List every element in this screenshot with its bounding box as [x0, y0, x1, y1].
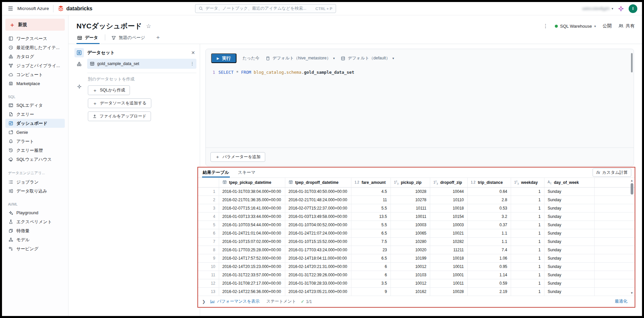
results-table-container: tpep_pickup_datetimetpep_dropoff_datetim… — [198, 178, 635, 296]
cell-tpep_dropoff_datetime: 2016-02-21T01:48:24.000+00:00 — [285, 196, 351, 204]
workspace-icon — [8, 36, 13, 41]
column-header-dropoff_zip[interactable]: 123dropoff_zip — [430, 178, 467, 187]
column-header-tpep_dropoff_datetime[interactable]: tpep_dropoff_datetime — [285, 178, 351, 187]
run-button[interactable]: ▶ 実行 — [211, 53, 236, 63]
column-header-fare_amount[interactable]: 1.2fare_amount — [351, 178, 390, 187]
cell-day_of_week: Sunday — [544, 262, 594, 271]
favorite-star-icon[interactable]: ☆ — [146, 23, 151, 30]
sidebar-item-data-ingestion[interactable]: データ取り込み — [5, 187, 65, 196]
publish-button[interactable]: 公開 — [603, 23, 612, 29]
catalog-rail-icon[interactable] — [74, 59, 84, 69]
sidebar-item-experiments[interactable]: エクスペリメント — [5, 217, 65, 226]
table-row[interactable]: 22016-02-21T01:36:35.000+00:002016-02-21… — [198, 196, 635, 204]
decimal-type-icon: 1.2 — [355, 181, 359, 184]
scroll-down-icon[interactable]: ▼ — [630, 291, 633, 295]
table-row[interactable]: 112016-01-31T22:33:57.000+00:002016-01-3… — [198, 271, 635, 279]
sidebar-item-models[interactable]: モデル — [5, 235, 65, 244]
table-row[interactable]: 32016-02-07T15:16:41.000+00:002016-02-07… — [198, 204, 635, 212]
sidebar-item-workspace[interactable]: ワークスペース — [5, 34, 65, 43]
row-number: 11 — [198, 271, 219, 279]
cell-day_of_week: Sunday — [544, 212, 594, 221]
add-data-source-button[interactable]: ＋ データソースを追加する — [88, 98, 151, 108]
sidebar-item-serving[interactable]: サービング — [5, 244, 65, 253]
table-row[interactable]: 72016-01-10T15:07:02.000+00:002016-01-10… — [198, 237, 635, 246]
cell-dropoff_zip: 10011 — [430, 262, 467, 271]
sidebar-item-label: クエリー履歴 — [16, 147, 43, 153]
dataset-kebab-icon[interactable]: ⋮ — [190, 62, 194, 66]
dataset-item[interactable]: gold_sample_data_set ⋮ — [87, 59, 196, 69]
custom-calculation-button[interactable]: fx カスタム計算 — [593, 168, 631, 177]
column-header-weekday[interactable]: 123weekday — [511, 178, 544, 187]
more-options-kebab-icon[interactable]: ⋮ — [543, 24, 548, 28]
sidebar-item-playground[interactable]: Playground — [5, 208, 65, 217]
cell-weekday: 1 — [511, 279, 544, 287]
scroll-up-icon[interactable]: ▲ — [630, 179, 633, 183]
datetime-type-icon — [222, 180, 227, 185]
user-avatar[interactable]: I — [629, 4, 637, 13]
sidebar-item-genie[interactable]: Genie — [5, 128, 65, 137]
table-row[interactable]: 42016-01-03T13:33:44.000+00:002016-01-03… — [198, 212, 635, 221]
cell-day_of_week: Sunday — [544, 196, 594, 204]
tab-schema[interactable]: スキーマ — [237, 170, 256, 178]
table-row[interactable]: 102016-02-14T20:15:23.000+00:002016-02-1… — [198, 262, 635, 271]
optimize-link[interactable]: 最適化 — [615, 299, 628, 304]
sidebar-item-alerts[interactable]: アラート — [5, 137, 65, 146]
new-button[interactable]: ＋ 新規 — [5, 19, 65, 31]
catalog-selector[interactable]: デフォルト（hive_metastore） ▾ — [266, 55, 335, 61]
check-circle-icon: ✓ — [301, 299, 304, 304]
editor-scrollbar-thumb[interactable] — [631, 53, 633, 72]
workspace-switcher[interactable]: aabbccddeeffgghh ▾ — [582, 6, 613, 11]
tab-results-table[interactable]: 結果テーブル — [202, 170, 230, 178]
cell-weekday: 1 — [511, 212, 544, 221]
warehouse-selector[interactable]: SQL Warehouse ▾ — [555, 24, 596, 29]
cell-tpep_pickup_datetime: 2016-02-07T15:16:41.000+00:00 — [219, 204, 285, 212]
results-scrollbar[interactable]: ▲ ▼ — [630, 179, 634, 295]
table-row[interactable]: 92016-02-14T17:57:52.000+00:002016-02-14… — [198, 254, 635, 262]
catalog-icon — [266, 56, 270, 61]
plus-icon: ＋ — [93, 101, 97, 106]
sidebar-item-compute[interactable]: コンピュート — [5, 70, 65, 79]
share-button[interactable]: 共有 — [618, 23, 635, 29]
column-header-day_of_week[interactable]: ACday_of_week — [544, 178, 594, 187]
sidebar-item-job-runs[interactable]: ジョブラン — [5, 178, 65, 187]
datasets-rail-icon[interactable] — [74, 48, 84, 57]
sidebar-item-sql-warehouse[interactable]: SQLウェアハウス — [5, 155, 65, 164]
sql-code-editor[interactable]: 1 SELECT * FROM blog_catalog.schema.gold… — [206, 63, 634, 75]
sidebar-item-recents[interactable]: 最近使用したアイテ... — [5, 43, 65, 52]
sidebar-item-query-history[interactable]: クエリー履歴 — [5, 146, 65, 155]
table-row[interactable]: 62016-01-24T21:01:04.000+00:002016-01-24… — [198, 229, 635, 237]
column-header-tpep_pickup_datetime[interactable]: tpep_pickup_datetime — [219, 178, 285, 187]
hamburger-menu-icon[interactable] — [6, 4, 15, 13]
close-icon[interactable]: ✕ — [190, 49, 196, 56]
table-row[interactable]: 12016-01-31T03:38:04.000+00:002016-01-31… — [198, 187, 635, 196]
sidebar-item-catalog[interactable]: カタログ — [5, 52, 65, 61]
global-search-input[interactable]: データ、ノートブック、最近のアイテムなどを検索... CTRL + P — [195, 4, 336, 13]
databricks-logo[interactable]: databricks — [57, 5, 93, 12]
column-header-pickup_zip[interactable]: 123pickup_zip — [390, 178, 430, 187]
sidebar-item-dashboards[interactable]: ダッシュボード — [5, 119, 65, 128]
add-page-button[interactable]: ＋ — [155, 33, 161, 41]
expand-chevron-icon[interactable]: ❯ — [202, 299, 205, 304]
schema-selector[interactable]: デフォルト（default） ▾ — [341, 55, 394, 61]
show-performance-link[interactable]: パフォーマンスを表示 — [210, 299, 260, 304]
sidebar-item-features[interactable]: 特徴量 — [5, 226, 65, 235]
sql-token: blog_catalog — [254, 70, 284, 75]
results-tabs: 結果テーブル スキーマ fx カスタム計算 — [198, 168, 635, 178]
sidebar-item-marketplace[interactable]: Marketplace — [5, 79, 65, 88]
table-row[interactable]: 52016-01-10T03:54:44.000+00:002016-01-10… — [198, 221, 635, 229]
scrollbar-thumb[interactable] — [631, 183, 633, 195]
sidebar-item-sql-editor[interactable]: SQLエディタ — [5, 101, 65, 110]
table-row[interactable]: 122016-01-31T08:27:17.000+00:002016-01-3… — [198, 279, 635, 287]
table-row[interactable]: 132016-02-14T22:56:36.000+00:002016-02-1… — [198, 287, 635, 296]
upload-file-button[interactable]: ファイルをアップロード — [88, 111, 151, 121]
assistant-sparkle-icon[interactable] — [618, 6, 624, 12]
table-row[interactable]: 82016-01-17T03:25:28.000+00:002016-01-17… — [198, 246, 635, 254]
tab-untitled-page[interactable]: 無題のページ — [111, 35, 147, 44]
sidebar-item-jobs-pipelines[interactable]: ジョブとパイプライ... — [5, 61, 65, 70]
create-from-sql-button[interactable]: ＋ SQLから作成 — [88, 85, 130, 95]
tab-data[interactable]: データ — [76, 35, 100, 44]
column-header-trip_distance[interactable]: 1.2trip_distance — [467, 178, 511, 187]
add-parameter-button[interactable]: ＋ パラメーターを追加 — [210, 152, 265, 162]
sidebar-item-queries[interactable]: クエリー — [5, 110, 65, 119]
plus-icon: ＋ — [93, 88, 97, 93]
